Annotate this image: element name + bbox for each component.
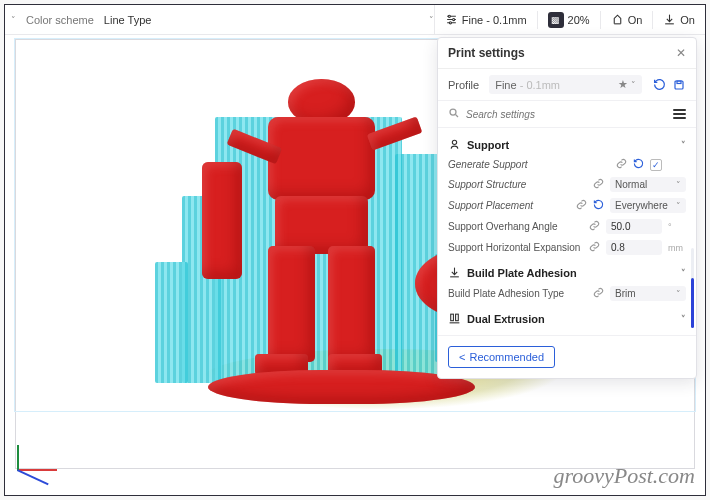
model-preview bbox=[328, 246, 375, 362]
chevron-down-icon: ˅ bbox=[676, 180, 681, 190]
adhesion-toggle-button[interactable]: On bbox=[663, 13, 695, 26]
axis-gizmo[interactable] bbox=[11, 421, 71, 471]
setting-label: Support Structure bbox=[448, 179, 587, 190]
link-icon[interactable] bbox=[576, 199, 587, 212]
support-structure-select[interactable]: Normal˅ bbox=[610, 177, 686, 192]
setting-support-overhang-angle: Support Overhang Angle ° bbox=[448, 216, 686, 237]
support-toggle-button[interactable]: On bbox=[611, 13, 643, 26]
support-icon bbox=[611, 13, 624, 26]
support-placement-select[interactable]: Everywhere˅ bbox=[610, 198, 686, 213]
recommended-button[interactable]: < Recommended bbox=[448, 346, 555, 368]
unit-label: ° bbox=[668, 222, 686, 232]
model-preview bbox=[268, 117, 375, 200]
search-row bbox=[438, 101, 696, 128]
watermark: groovyPost.com bbox=[553, 463, 695, 489]
chevron-down-icon: ˅ bbox=[676, 289, 681, 299]
section-support-title: Support bbox=[467, 139, 509, 151]
generate-support-checkbox[interactable]: ✓ bbox=[650, 159, 662, 171]
support-horizontal-expansion-input[interactable] bbox=[606, 240, 662, 255]
setting-label: Build Plate Adhesion Type bbox=[448, 288, 587, 299]
chevron-down-icon: ˅ bbox=[681, 140, 686, 150]
infill-icon: ▩ bbox=[548, 12, 564, 28]
infill-button[interactable]: ▩ 20% bbox=[548, 12, 590, 28]
color-scheme-value[interactable]: Line Type bbox=[104, 14, 152, 26]
svg-point-1 bbox=[452, 18, 454, 20]
chevron-down-icon: ˅ bbox=[681, 314, 686, 324]
svg-point-6 bbox=[452, 140, 456, 144]
svg-point-2 bbox=[449, 22, 451, 24]
settings-body: Support ˅ Generate Support ✓ Support Str… bbox=[438, 128, 696, 335]
setting-support-placement: Support Placement Everywhere˅ bbox=[448, 195, 686, 216]
section-dual-extrusion-title: Dual Extrusion bbox=[467, 313, 545, 325]
chevron-down-icon: ˅ bbox=[676, 201, 681, 211]
section-support[interactable]: Support ˅ bbox=[448, 134, 686, 155]
infill-label: 20% bbox=[568, 14, 590, 26]
scrollbar[interactable] bbox=[691, 248, 694, 281]
profile-select[interactable]: Fine - 0.1mm ★ ˅ bbox=[489, 75, 642, 94]
link-icon[interactable] bbox=[593, 287, 604, 300]
star-icon: ★ bbox=[618, 78, 628, 90]
model-preview bbox=[202, 162, 242, 278]
chevron-down-icon: ˅ bbox=[681, 268, 686, 278]
link-icon[interactable] bbox=[616, 158, 627, 171]
chevron-down-icon: ˅ bbox=[11, 15, 16, 25]
svg-point-5 bbox=[450, 109, 456, 115]
toolbar-leading-dropdown[interactable]: ˅ bbox=[11, 15, 16, 25]
adhesion-type-select[interactable]: Brim˅ bbox=[610, 286, 686, 301]
sliders-icon bbox=[445, 13, 458, 26]
link-icon[interactable] bbox=[593, 178, 604, 191]
setting-generate-support: Generate Support ✓ bbox=[448, 155, 686, 174]
save-profile-icon[interactable] bbox=[672, 78, 686, 92]
profile-label: Profile bbox=[448, 79, 479, 91]
svg-rect-3 bbox=[675, 81, 683, 89]
quality-preset-label: Fine - 0.1mm bbox=[462, 14, 527, 26]
setting-support-horizontal-expansion: Support Horizontal Expansion mm bbox=[448, 237, 686, 258]
panel-footer: < Recommended bbox=[438, 335, 696, 378]
panel-title: Print settings bbox=[448, 46, 525, 60]
app-frame: ˅ Color scheme Line Type ˅ Fine - 0.1mm … bbox=[4, 4, 706, 496]
support-toggle-label: On bbox=[628, 14, 643, 26]
y-axis-icon bbox=[17, 445, 19, 471]
support-section-icon bbox=[448, 138, 461, 151]
reset-icon[interactable] bbox=[593, 199, 604, 212]
model-preview bbox=[268, 246, 315, 362]
print-settings-panel: Print settings ✕ Profile Fine - 0.1mm ★ … bbox=[437, 37, 697, 379]
setting-label: Support Placement bbox=[448, 200, 570, 211]
search-icon bbox=[448, 107, 460, 121]
chevron-down-icon: ˅ bbox=[631, 80, 636, 90]
link-icon[interactable] bbox=[589, 241, 600, 254]
adhesion-section-icon bbox=[448, 266, 461, 279]
quality-preset-button[interactable]: Fine - 0.1mm bbox=[445, 13, 527, 26]
dual-extrusion-icon bbox=[448, 312, 461, 325]
download-icon bbox=[663, 13, 676, 26]
toolbar-right: Fine - 0.1mm ▩ 20% On On bbox=[434, 5, 705, 34]
close-icon[interactable]: ✕ bbox=[676, 46, 686, 60]
setting-support-structure: Support Structure Normal˅ bbox=[448, 174, 686, 195]
svg-point-0 bbox=[448, 15, 450, 17]
profile-value: Fine bbox=[495, 79, 516, 91]
model-preview bbox=[208, 370, 474, 403]
setting-label: Support Horizontal Expansion bbox=[448, 242, 583, 253]
adhesion-toggle-label: On bbox=[680, 14, 695, 26]
support-overhang-angle-input[interactable] bbox=[606, 219, 662, 234]
profile-detail: - 0.1mm bbox=[520, 79, 560, 91]
chevron-left-icon: < bbox=[459, 351, 465, 363]
support-preview bbox=[155, 262, 188, 383]
setting-adhesion-type: Build Plate Adhesion Type Brim˅ bbox=[448, 283, 686, 304]
z-axis-icon bbox=[17, 469, 49, 485]
reset-icon[interactable] bbox=[633, 158, 644, 171]
settings-visibility-button[interactable] bbox=[673, 109, 686, 119]
setting-label: Support Overhang Angle bbox=[448, 221, 583, 232]
setting-label: Generate Support bbox=[448, 159, 610, 170]
unit-label: mm bbox=[668, 243, 686, 253]
profile-row: Profile Fine - 0.1mm ★ ˅ bbox=[438, 69, 696, 101]
section-dual-extrusion[interactable]: Dual Extrusion ˅ bbox=[448, 308, 686, 329]
section-adhesion[interactable]: Build Plate Adhesion ˅ bbox=[448, 262, 686, 283]
link-icon[interactable] bbox=[589, 220, 600, 233]
panel-header: Print settings ✕ bbox=[438, 38, 696, 69]
search-input[interactable] bbox=[466, 109, 667, 120]
recommended-label: Recommended bbox=[469, 351, 544, 363]
color-scheme-label: Color scheme bbox=[26, 14, 94, 26]
svg-rect-7 bbox=[451, 314, 454, 321]
reset-profile-icon[interactable] bbox=[652, 78, 666, 92]
